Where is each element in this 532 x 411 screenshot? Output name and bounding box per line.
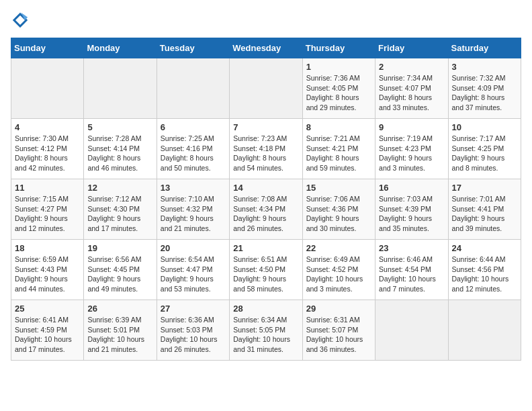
day-info: Sunrise: 7:08 AM Sunset: 4:34 PM Dayligh… [233, 194, 298, 234]
day-info: Sunrise: 7:17 AM Sunset: 4:25 PM Dayligh… [452, 134, 517, 173]
day-number: 22 [306, 243, 371, 253]
day-number: 9 [379, 122, 444, 132]
day-cell-2-4: 15Sunrise: 7:06 AM Sunset: 4:36 PM Dayli… [302, 179, 375, 240]
day-info: Sunrise: 6:51 AM Sunset: 4:50 PM Dayligh… [233, 255, 298, 294]
day-cell-2-1: 12Sunrise: 7:12 AM Sunset: 4:30 PM Dayli… [84, 179, 157, 240]
day-cell-2-3: 14Sunrise: 7:08 AM Sunset: 4:34 PM Dayli… [230, 179, 302, 240]
day-number: 26 [87, 304, 152, 314]
header-sunday: Sunday [11, 38, 84, 58]
logo-icon [11, 11, 30, 30]
day-cell-0-4: 1Sunrise: 7:36 AM Sunset: 4:05 PM Daylig… [302, 58, 375, 119]
day-cell-4-2: 27Sunrise: 6:36 AM Sunset: 5:03 PM Dayli… [157, 300, 229, 361]
day-number: 5 [87, 122, 152, 132]
day-cell-0-0 [11, 58, 84, 119]
day-info: Sunrise: 7:15 AM Sunset: 4:27 PM Dayligh… [15, 194, 80, 234]
day-number: 24 [452, 243, 517, 253]
day-cell-1-3: 7Sunrise: 7:23 AM Sunset: 4:18 PM Daylig… [230, 119, 302, 179]
day-info: Sunrise: 7:23 AM Sunset: 4:18 PM Dayligh… [233, 134, 298, 173]
day-cell-0-2 [157, 58, 229, 119]
day-info: Sunrise: 6:34 AM Sunset: 5:05 PM Dayligh… [233, 315, 298, 355]
week-row-5: 25Sunrise: 6:41 AM Sunset: 4:59 PM Dayli… [11, 300, 521, 361]
day-cell-0-3 [230, 58, 302, 119]
calendar-body: 1Sunrise: 7:36 AM Sunset: 4:05 PM Daylig… [11, 58, 521, 361]
day-number: 13 [161, 183, 226, 193]
day-cell-2-0: 11Sunrise: 7:15 AM Sunset: 4:27 PM Dayli… [11, 179, 84, 240]
day-cell-4-4: 29Sunrise: 6:31 AM Sunset: 5:07 PM Dayli… [302, 300, 375, 361]
day-cell-1-1: 5Sunrise: 7:28 AM Sunset: 4:14 PM Daylig… [84, 119, 157, 179]
day-info: Sunrise: 6:44 AM Sunset: 4:56 PM Dayligh… [452, 255, 517, 294]
day-info: Sunrise: 6:31 AM Sunset: 5:07 PM Dayligh… [306, 315, 371, 355]
header-wednesday: Wednesday [230, 38, 302, 58]
header-row: SundayMondayTuesdayWednesdayThursdayFrid… [11, 38, 521, 58]
day-number: 15 [306, 183, 371, 193]
day-info: Sunrise: 6:59 AM Sunset: 4:43 PM Dayligh… [15, 255, 80, 294]
header-thursday: Thursday [302, 38, 375, 58]
day-number: 17 [452, 183, 517, 193]
day-number: 25 [15, 304, 80, 314]
day-number: 16 [379, 183, 444, 193]
day-info: Sunrise: 6:56 AM Sunset: 4:45 PM Dayligh… [87, 255, 152, 294]
day-info: Sunrise: 7:19 AM Sunset: 4:23 PM Dayligh… [379, 134, 444, 173]
day-cell-0-6: 3Sunrise: 7:32 AM Sunset: 4:09 PM Daylig… [448, 58, 521, 119]
day-number: 28 [233, 304, 298, 314]
day-cell-4-0: 25Sunrise: 6:41 AM Sunset: 4:59 PM Dayli… [11, 300, 84, 361]
day-number: 7 [233, 122, 298, 132]
week-row-3: 11Sunrise: 7:15 AM Sunset: 4:27 PM Dayli… [11, 179, 521, 240]
day-cell-4-1: 26Sunrise: 6:39 AM Sunset: 5:01 PM Dayli… [84, 300, 157, 361]
day-number: 27 [161, 304, 226, 314]
day-info: Sunrise: 6:36 AM Sunset: 5:03 PM Dayligh… [161, 315, 226, 355]
day-number: 18 [15, 243, 80, 253]
day-info: Sunrise: 7:36 AM Sunset: 4:05 PM Dayligh… [306, 73, 371, 113]
day-number: 11 [15, 183, 80, 193]
day-cell-3-0: 18Sunrise: 6:59 AM Sunset: 4:43 PM Dayli… [11, 240, 84, 300]
day-number: 3 [452, 62, 517, 72]
day-number: 10 [452, 122, 517, 132]
day-number: 8 [306, 122, 371, 132]
day-number: 12 [87, 183, 152, 193]
day-number: 6 [161, 122, 226, 132]
day-info: Sunrise: 7:34 AM Sunset: 4:07 PM Dayligh… [379, 73, 444, 113]
day-info: Sunrise: 7:06 AM Sunset: 4:36 PM Dayligh… [306, 194, 371, 234]
week-row-4: 18Sunrise: 6:59 AM Sunset: 4:43 PM Dayli… [11, 240, 521, 300]
day-cell-1-5: 9Sunrise: 7:19 AM Sunset: 4:23 PM Daylig… [375, 119, 448, 179]
header-friday: Friday [375, 38, 448, 58]
day-info: Sunrise: 7:21 AM Sunset: 4:21 PM Dayligh… [306, 134, 371, 173]
day-cell-3-3: 21Sunrise: 6:51 AM Sunset: 4:50 PM Dayli… [230, 240, 302, 300]
day-number: 23 [379, 243, 444, 253]
day-cell-3-6: 24Sunrise: 6:44 AM Sunset: 4:56 PM Dayli… [448, 240, 521, 300]
day-info: Sunrise: 7:32 AM Sunset: 4:09 PM Dayligh… [452, 73, 517, 113]
day-info: Sunrise: 7:10 AM Sunset: 4:32 PM Dayligh… [161, 194, 226, 234]
day-cell-3-5: 23Sunrise: 6:46 AM Sunset: 4:54 PM Dayli… [375, 240, 448, 300]
day-cell-3-2: 20Sunrise: 6:54 AM Sunset: 4:47 PM Dayli… [157, 240, 229, 300]
calendar-header: SundayMondayTuesdayWednesdayThursdayFrid… [11, 38, 521, 58]
week-row-1: 1Sunrise: 7:36 AM Sunset: 4:05 PM Daylig… [11, 58, 521, 119]
header-tuesday: Tuesday [157, 38, 229, 58]
day-number: 4 [15, 122, 80, 132]
day-cell-2-2: 13Sunrise: 7:10 AM Sunset: 4:32 PM Dayli… [157, 179, 229, 240]
day-cell-2-6: 17Sunrise: 7:01 AM Sunset: 4:41 PM Dayli… [448, 179, 521, 240]
day-info: Sunrise: 6:46 AM Sunset: 4:54 PM Dayligh… [379, 255, 444, 294]
day-info: Sunrise: 7:01 AM Sunset: 4:41 PM Dayligh… [452, 194, 517, 234]
day-number: 19 [87, 243, 152, 253]
day-cell-2-5: 16Sunrise: 7:03 AM Sunset: 4:39 PM Dayli… [375, 179, 448, 240]
day-cell-1-2: 6Sunrise: 7:25 AM Sunset: 4:16 PM Daylig… [157, 119, 229, 179]
day-info: Sunrise: 6:54 AM Sunset: 4:47 PM Dayligh… [161, 255, 226, 294]
day-number: 20 [161, 243, 226, 253]
day-info: Sunrise: 7:03 AM Sunset: 4:39 PM Dayligh… [379, 194, 444, 234]
day-cell-1-4: 8Sunrise: 7:21 AM Sunset: 4:21 PM Daylig… [302, 119, 375, 179]
day-cell-3-1: 19Sunrise: 6:56 AM Sunset: 4:45 PM Dayli… [84, 240, 157, 300]
day-number: 1 [306, 62, 371, 72]
day-cell-0-5: 2Sunrise: 7:34 AM Sunset: 4:07 PM Daylig… [375, 58, 448, 119]
day-cell-1-0: 4Sunrise: 7:30 AM Sunset: 4:12 PM Daylig… [11, 119, 84, 179]
day-info: Sunrise: 7:25 AM Sunset: 4:16 PM Dayligh… [161, 134, 226, 173]
calendar-table: SundayMondayTuesdayWednesdayThursdayFrid… [11, 38, 521, 361]
day-cell-4-6 [448, 300, 521, 361]
day-info: Sunrise: 7:12 AM Sunset: 4:30 PM Dayligh… [87, 194, 152, 234]
day-number: 2 [379, 62, 444, 72]
day-cell-4-5 [375, 300, 448, 361]
day-info: Sunrise: 6:49 AM Sunset: 4:52 PM Dayligh… [306, 255, 371, 294]
page-header [11, 11, 521, 30]
day-info: Sunrise: 7:30 AM Sunset: 4:12 PM Dayligh… [15, 134, 80, 173]
day-info: Sunrise: 7:28 AM Sunset: 4:14 PM Dayligh… [87, 134, 152, 173]
day-number: 14 [233, 183, 298, 193]
